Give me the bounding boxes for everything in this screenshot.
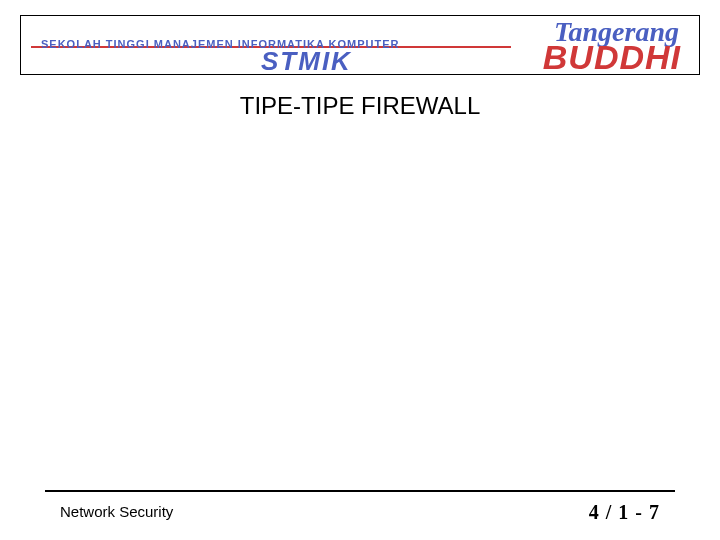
logo-buddhi-text: BUDDHI xyxy=(543,38,681,75)
footer-page-number: 4 / 1 - 7 xyxy=(589,501,660,524)
footer-left-text: Network Security xyxy=(60,503,173,520)
footer-divider xyxy=(45,490,675,492)
header-logo: Tangerang SEKOLAH TINGGI MANAJEMEN INFOR… xyxy=(20,15,700,75)
logo-stmik-text: STMIK xyxy=(261,46,352,75)
page-title: TIPE-TIPE FIREWALL xyxy=(0,92,720,120)
